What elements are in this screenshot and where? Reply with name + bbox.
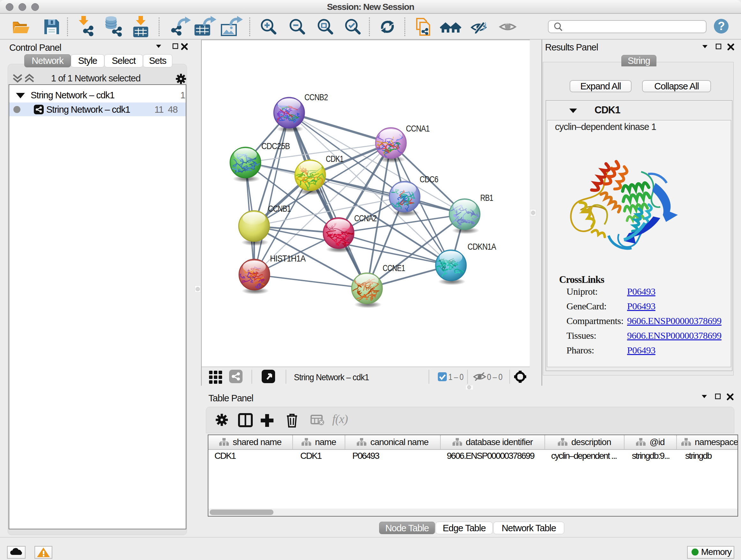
svg-text:String Network – cdk1: String Network – cdk1 (294, 372, 369, 382)
svg-text:CCNA1: CCNA1 (406, 124, 429, 133)
svg-text:CDC25B: CDC25B (261, 141, 290, 151)
svg-text:CCNA2: CCNA2 (354, 213, 377, 223)
svg-text:1 – 0: 1 – 0 (448, 372, 463, 382)
svg-text:0 – 0: 0 – 0 (487, 372, 502, 382)
svg-text:RB1: RB1 (480, 193, 493, 203)
svg-text:CCNB2: CCNB2 (305, 92, 328, 102)
svg-text:CDK1: CDK1 (326, 154, 343, 164)
svg-text:CCNE1: CCNE1 (383, 263, 405, 273)
svg-text:f(x): f(x) (332, 412, 348, 426)
svg-text:HIST1H1A: HIST1H1A (270, 254, 306, 263)
svg-text:CDKN1A: CDKN1A (468, 242, 496, 252)
svg-text:CCNB1: CCNB1 (268, 204, 291, 213)
svg-text:CDC6: CDC6 (420, 175, 438, 184)
